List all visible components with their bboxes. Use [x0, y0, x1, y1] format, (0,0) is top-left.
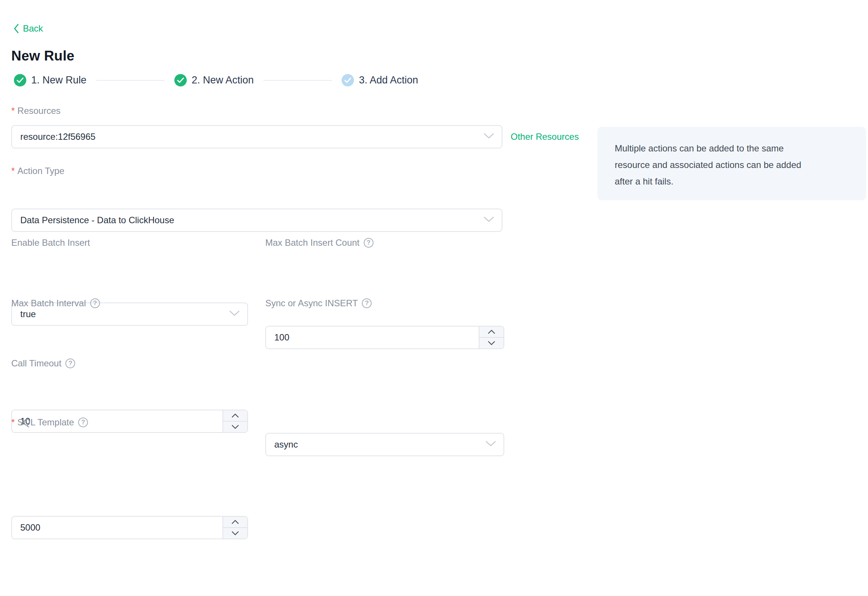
- stepper-down-button[interactable]: [223, 422, 247, 432]
- chevron-down-icon: [484, 133, 494, 141]
- step-label: 1. New Rule: [31, 74, 86, 86]
- help-icon[interactable]: ?: [90, 298, 100, 308]
- number-stepper: [222, 517, 247, 539]
- info-box-text: Multiple actions can be added to the sam…: [615, 140, 814, 190]
- step-new-action[interactable]: 2. New Action: [174, 74, 254, 86]
- resources-select-value: resource:12f56965: [12, 132, 95, 142]
- max-batch-count-input[interactable]: 100: [265, 326, 504, 349]
- chevron-down-icon: [484, 216, 494, 224]
- call-timeout-label: Call Timeout ?: [11, 358, 75, 369]
- chevron-left-icon: [13, 23, 19, 34]
- call-timeout-value: 5000: [12, 522, 40, 533]
- sync-async-label: Sync or Async INSERT ?: [265, 298, 372, 309]
- step-label: 2. New Action: [192, 74, 254, 86]
- action-type-label: * Action Type: [11, 166, 64, 176]
- step-add-action[interactable]: 3. Add Action: [342, 74, 418, 86]
- back-label: Back: [23, 23, 43, 34]
- check-circle-icon: [174, 74, 187, 86]
- stepper-up-button[interactable]: [223, 517, 247, 528]
- wizard-steps: 1. New Rule 2. New Action 3. Add Action: [14, 74, 418, 86]
- back-link[interactable]: Back: [13, 23, 43, 34]
- max-batch-count-label: Max Batch Insert Count ?: [265, 237, 374, 248]
- step-connector: [96, 80, 165, 81]
- stepper-up-button[interactable]: [223, 410, 247, 422]
- number-stepper: [479, 327, 504, 348]
- stepper-down-button[interactable]: [479, 338, 504, 348]
- action-type-select[interactable]: Data Persistence - Data to ClickHouse: [11, 209, 502, 232]
- step-connector: [263, 80, 332, 81]
- chevron-down-icon: [229, 310, 240, 318]
- required-asterisk: *: [11, 417, 15, 428]
- required-asterisk: *: [11, 166, 15, 176]
- sql-template-label: * SQL Template ?: [11, 417, 88, 428]
- max-batch-interval-label: Max Batch Interval ?: [11, 298, 100, 309]
- step-new-rule[interactable]: 1. New Rule: [14, 74, 86, 86]
- enable-batch-select-value: true: [12, 309, 36, 319]
- action-type-select-value: Data Persistence - Data to ClickHouse: [12, 215, 174, 225]
- sync-async-select-value: async: [266, 439, 298, 450]
- help-icon[interactable]: ?: [78, 418, 88, 427]
- sync-async-select[interactable]: async: [265, 433, 504, 456]
- number-stepper: [222, 410, 247, 432]
- enable-batch-label: Enable Batch Insert: [11, 237, 90, 248]
- chevron-down-icon: [485, 441, 496, 448]
- step-label: 3. Add Action: [359, 74, 418, 86]
- max-batch-count-value: 100: [266, 332, 289, 343]
- resources-select[interactable]: resource:12f56965: [11, 125, 502, 148]
- check-circle-icon: [342, 74, 354, 86]
- help-icon[interactable]: ?: [364, 238, 374, 248]
- page-title: New Rule: [11, 48, 74, 64]
- resources-label: * Resources: [11, 106, 60, 116]
- check-circle-icon: [14, 74, 26, 86]
- help-icon[interactable]: ?: [65, 359, 75, 368]
- other-resources-link[interactable]: Other Resources: [511, 132, 579, 142]
- call-timeout-input[interactable]: 5000: [11, 516, 248, 539]
- required-asterisk: *: [11, 106, 15, 116]
- stepper-down-button[interactable]: [223, 528, 247, 539]
- info-box: Multiple actions can be added to the sam…: [597, 127, 866, 200]
- help-icon[interactable]: ?: [362, 298, 372, 308]
- stepper-up-button[interactable]: [479, 327, 504, 338]
